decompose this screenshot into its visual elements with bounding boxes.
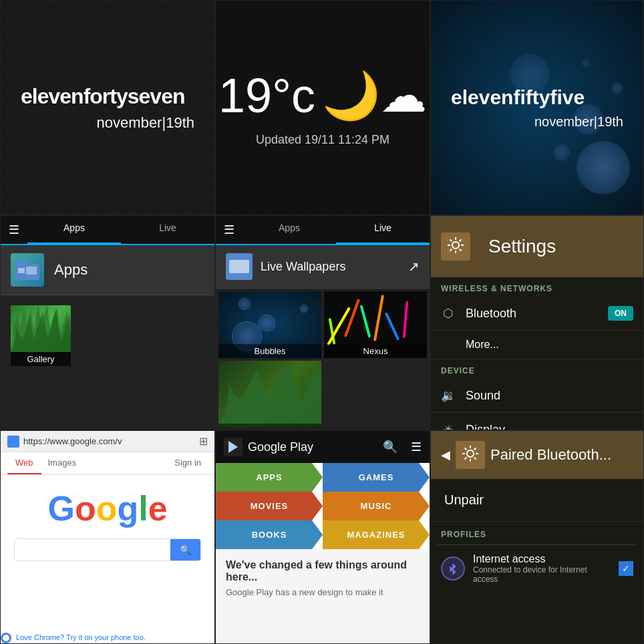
clock-display-2: elevenfiftyfive [451,86,585,109]
play-search-icon[interactable]: 🔍 [383,440,397,454]
weather-icon: 🌙☁ [322,68,427,123]
bluetooth-header: ◀ Paired Bluetooth... [431,431,643,479]
play-menu-icon[interactable]: ☰ [411,440,422,454]
svg-point-7 [467,450,474,457]
live-tab-bar: ☰ Apps Live [216,216,430,245]
nexus-label: Nexus [324,344,427,358]
bluetooth-settings-icon [456,441,485,469]
category-books[interactable]: BOOKS [216,520,323,549]
apps-tab-bar: ☰ Apps Live [1,216,214,245]
search-bar: 🔍 [14,538,201,561]
category-apps[interactable]: APPS [216,463,323,492]
share-icon[interactable]: ↗ [408,259,420,275]
bluetooth-icon: ⬡ [441,306,456,321]
gallery-item[interactable]: Gallery [11,305,71,366]
internet-access-info: Internet access Connected to device for … [473,553,611,584]
device-section-label: DEVICE [431,359,643,379]
tab-live-1[interactable]: Live [121,216,214,244]
url-display: https://www.google.com/v [23,436,195,446]
display-row[interactable]: ☀ Display [431,413,643,430]
wallpaper-extra[interactable] [218,361,321,428]
cell-clock-2: elevenfiftyfive november|19th [430,0,644,215]
date-display-2: november|19th [534,114,623,130]
sound-row[interactable]: 🔉 Sound [431,379,643,413]
menu-icon-2[interactable]: ☰ [216,216,243,244]
cell-browser: https://www.google.com/v ⊞ Web Images Si… [0,430,215,644]
category-magazines[interactable]: MAGAZINES [323,520,430,549]
settings-header: Settings [431,216,643,277]
search-input[interactable] [15,539,170,560]
tab-web[interactable]: Web [7,452,41,474]
more-row[interactable]: More... [431,331,643,359]
svg-rect-2 [18,268,25,273]
bluetooth-toggle[interactable]: ON [608,306,633,321]
svg-rect-5 [229,260,249,273]
apps-header: Apps [1,245,214,295]
browser-tabs-bar: Web Images Sign in [1,452,214,475]
chrome-icon [1,633,11,643]
date-display-1: november|19th [97,114,194,132]
settings-icon [441,232,470,261]
category-music[interactable]: MUSIC [323,492,430,520]
main-grid: elevenfortyseven november|19th 19°c 🌙☁ U… [0,0,644,644]
category-games[interactable]: GAMES [323,463,430,492]
play-header: Google Play 🔍 ☰ [216,431,430,463]
cell-settings: Settings WIRELESS & NETWORKS ⬡ Bluetooth… [430,215,644,430]
clock-display-1: elevenfortyseven [21,84,184,109]
play-store-icon [224,438,243,456]
gallery-label: Gallery [11,352,71,366]
search-button[interactable]: 🔍 [170,539,200,560]
gallery-thumb [11,305,71,352]
svg-rect-3 [26,267,37,275]
bluetooth-row[interactable]: ⬡ Bluetooth ON [431,297,643,331]
tab-apps-2[interactable]: Apps [243,216,336,244]
svg-rect-1 [15,260,27,265]
live-wallpapers-icon [226,253,253,280]
clock-regular-1: eleven [21,84,84,108]
bubbles-label: Bubbles [218,344,321,358]
category-movies[interactable]: MOVIES [216,492,323,520]
browser-content: Google 🔍 [1,475,214,623]
display-icon: ☀ [441,422,456,430]
favicon-icon [7,436,19,448]
play-promo: We've changed a few things around here..… [216,549,430,643]
wallpaper-grid: Bubbles Nexus [216,289,430,430]
internet-access-row: Internet access Connected to device for … [431,545,643,592]
signin-button[interactable]: Sign in [168,452,208,474]
cell-weather: 19°c 🌙☁ Updated 19/11 11:24 PM [215,0,430,215]
cell-apps: ☰ Apps Live Apps Gallery [0,215,215,430]
extra-label [218,424,321,428]
tab-images[interactable]: Images [41,452,84,474]
internet-access-checkbox[interactable]: ✓ [619,561,633,576]
live-wallpapers-header: Live Wallpapers ↗ [216,245,430,289]
bluetooth-profile-icon [441,556,465,581]
clock-bold-1: fortyseven [84,84,185,108]
cell-live-wallpapers: ☰ Apps Live Live Wallpapers ↗ Bubbles [215,215,430,430]
play-store-title: Google Play [248,440,377,454]
settings-title: Settings [478,226,566,267]
tabs-icon[interactable]: ⊞ [199,435,208,448]
promo-title: We've changed a few things around here..… [226,559,420,583]
wallpaper-bubbles[interactable]: Bubbles [218,291,321,358]
profiles-section-label: PROFILES [431,522,643,544]
svg-point-6 [452,242,459,249]
paired-bluetooth-title: Paired Bluetooth... [490,446,611,464]
wireless-section-label: WIRELESS & NETWORKS [431,277,643,297]
google-logo: Google [47,488,167,528]
sound-icon: 🔉 [441,388,456,403]
wallpaper-nexus[interactable]: Nexus [324,291,427,358]
cell-paired-bluetooth: ◀ Paired Bluetooth... Unpair PROFILES In… [430,430,644,644]
tab-apps[interactable]: Apps [27,216,121,244]
apps-title: Apps [54,261,88,279]
weather-temperature: 19°c 🌙☁ [218,68,427,123]
internet-access-sub: Connected to device for Internet access [473,565,611,584]
tab-live-2[interactable]: Live [336,216,430,244]
sound-label: Sound [466,389,633,403]
menu-icon[interactable]: ☰ [1,216,27,244]
chrome-banner: Love Chrome? Try it on your phone too. [1,633,214,643]
weather-updated: Updated 19/11 11:24 PM [256,133,389,147]
unpair-button[interactable]: Unpair [431,479,643,522]
back-icon[interactable]: ◀ [441,448,450,462]
live-wallpapers-title: Live Wallpapers [261,260,408,274]
cell-clock-1: elevenfortyseven november|19th [0,0,215,215]
